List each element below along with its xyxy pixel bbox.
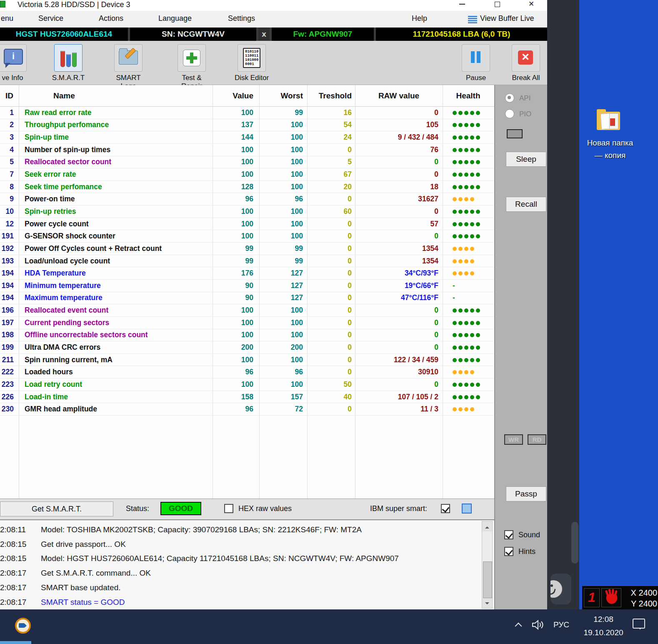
close-button[interactable]: ✕ [524,0,538,9]
menu-item-menu[interactable]: enu [1,14,13,23]
toolbar-disk-editor[interactable]: 010110 110011 101000 0001 Disk Editor [233,44,270,82]
table-row[interactable]: 211Spin running current, mA1001000122 / … [0,354,494,366]
recall-button[interactable]: Recall [506,197,546,212]
table-row[interactable]: 194Minimum temperature90127019°C/66°F- [0,280,494,292]
language-indicator[interactable]: РУС [553,620,569,629]
table-row[interactable]: 1Raw read error rate10099160 [0,107,494,119]
toolbar-test-repair[interactable]: Test & Repair [173,44,210,90]
sleep-button[interactable]: Sleep [506,152,546,167]
log-scrollbar[interactable] [482,521,493,609]
scrollbar-thumb[interactable] [483,561,492,598]
health-dot [470,383,474,387]
header-raw[interactable]: RAW value [355,91,443,100]
header-worst[interactable]: Worst [259,91,307,100]
table-row[interactable]: 2Throughput perfomance13710054105 [0,119,494,132]
health-dot [458,370,463,374]
smart-status-bar: Get S.M.A.R.T. Status: GOOD HEX raw valu… [0,499,494,519]
table-row[interactable]: 230GMR head amplitude9672011 / 3 [0,403,494,416]
table-row[interactable]: 226Load-in time15815740107 / 105 / 2 [0,391,494,403]
health-dot [453,383,457,387]
maximize-button[interactable] [490,0,504,9]
table-row[interactable]: 196Reallocated event count10010000 [0,304,494,317]
scrollbar-pill[interactable] [571,522,578,564]
tray-chevron-icon[interactable] [516,622,523,629]
header-health[interactable]: Health [443,91,494,100]
table-row[interactable]: 8Seek time perfomance1281002018 [0,181,494,193]
row-value: 90 [213,281,259,290]
row-id: 12 [0,220,19,228]
header-value[interactable]: Value [213,91,259,100]
menu-item-language[interactable]: Language [158,14,192,23]
passp-button[interactable]: Passp [506,486,546,501]
wr-button[interactable]: WR [504,434,523,445]
table-row[interactable]: 193Load/unload cycle count999901354 [0,255,494,268]
folder-label-line1[interactable]: Новая папка [573,138,648,148]
device-close-button[interactable]: x [258,28,272,41]
scroll-up-arrow[interactable] [482,521,492,531]
health-dot [476,111,480,115]
rd-button[interactable]: RD [528,434,546,445]
table-row[interactable]: 7Seek error rate100100670 [0,168,494,181]
ibm-super-smart-indicator[interactable] [462,504,472,514]
health-dot [458,210,463,214]
view-buffer-live[interactable]: View Buffer Live [480,14,534,23]
health-dot [458,160,463,164]
table-row[interactable]: 9Power-on time9696031627 [0,193,494,205]
table-row[interactable]: 223Load retry count100100500 [0,378,494,391]
table-row[interactable]: 191G-SENSOR shock counter10010000 [0,230,494,243]
red-hand-icon [601,588,621,607]
table-row[interactable]: 192Power Off Cycles count + Retract coun… [0,243,494,255]
menu-item-help[interactable]: Help [412,14,427,23]
table-row[interactable]: 197Current pending sectors10010000 [0,317,494,329]
health-dot [476,383,480,387]
toolbar-pause[interactable]: Pause [458,44,494,82]
toolbar-smart[interactable]: S.M.A.R.T [50,44,87,82]
menu-item-actions[interactable]: Actions [99,14,123,23]
device-info-bar: HGST HUS726060ALE614 SN: NCGWTW4V x Fw: … [0,28,547,41]
row-treshold: 0 [307,405,355,413]
table-row[interactable]: 194Maximum temperature90127047°C/116°F- [0,292,494,305]
scroll-down-arrow[interactable] [482,598,492,608]
get-smart-button[interactable]: Get S.M.A.R.T. [0,501,113,516]
toolbar-drive-info[interactable]: i ve Info [0,44,31,82]
table-row[interactable]: 4Number of spin-up times100100076 [0,144,494,156]
folder-label-line2[interactable]: — копия [573,151,648,160]
volume-icon[interactable] [532,619,544,632]
table-rows: 1Raw read error rate100991602Throughput … [0,107,494,416]
health-dot [476,308,480,313]
screen-recorder-icon[interactable] [15,618,31,634]
taskbar-clock[interactable]: 12:08 19.10.2020 [583,613,624,639]
ibm-super-smart-checkbox[interactable] [441,504,450,513]
table-row[interactable]: 12Power cycle count100100057 [0,218,494,231]
table-row[interactable]: 194HDA Temperature176127034°C/93°F [0,267,494,280]
table-row[interactable]: 10Spin-up retries100100600 [0,205,494,218]
hex-raw-values-checkbox[interactable] [224,504,233,513]
table-row[interactable]: 222Loaded hours9696030910 [0,366,494,378]
table-row[interactable]: 5Reallocated sector count10010050 [0,156,494,169]
health-dot [470,210,474,214]
table-row[interactable]: 3Spin-up time144100249 / 432 / 484 [0,131,494,144]
hints-checkbox[interactable] [504,547,513,556]
table-row[interactable]: 199Ultra DMA CRC errors20020000 [0,341,494,354]
toolbar-break-all[interactable]: ✕ Break All [508,44,544,82]
menu-item-service[interactable]: Service [38,14,63,23]
api-radio[interactable] [505,93,514,103]
sound-checkbox[interactable] [504,530,513,539]
menu-item-settings[interactable]: Settings [228,14,255,23]
header-name[interactable]: Name [19,91,213,100]
row-value: 99 [213,257,259,266]
desktop-folder-icon[interactable] [597,109,623,131]
table-row[interactable]: 198Offline uncorrectable sectors count10… [0,329,494,342]
notification-icon[interactable] [633,619,645,629]
row-health [443,405,494,413]
health-dot [464,123,468,127]
health-dot [458,135,463,140]
pio-radio[interactable] [505,109,514,118]
smiley-widget[interactable] [550,574,571,604]
header-treshold[interactable]: Treshold [307,91,355,100]
toolbar-smart-logs[interactable]: SMART Logs [110,44,147,90]
log-timestamp: 2:08:11 [0,525,37,534]
minimize-button[interactable] [455,0,469,9]
header-id[interactable]: ID [0,91,19,100]
row-value: 100 [213,306,259,315]
